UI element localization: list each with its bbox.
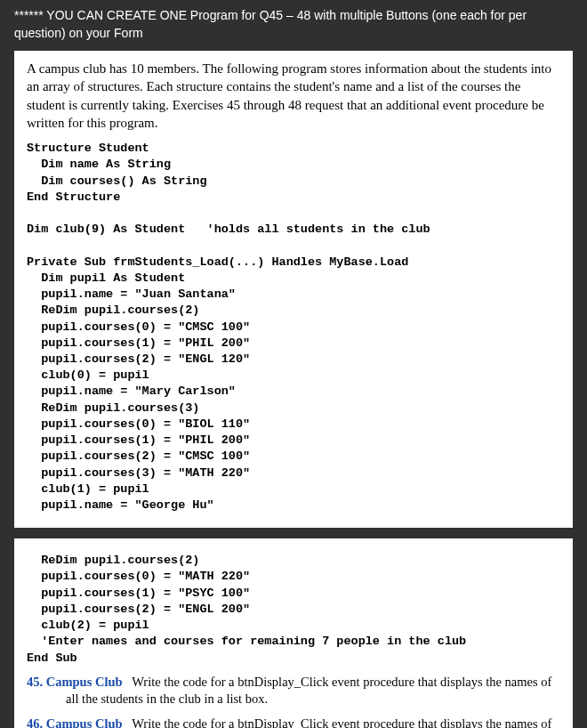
exercise-45: 45. Campus Club Write the code for a btn…: [27, 674, 560, 708]
intro-paragraph: A campus club has 10 members. The follow…: [27, 60, 560, 132]
instruction-text: ****** YOU CAN CREATE ONE Program for Q4…: [14, 8, 527, 40]
page-segment-2: ReDim pupil.courses(2) pupil.courses(0) …: [14, 538, 573, 728]
exercise-body: Write the code for a btnDisplay_Click ev…: [66, 716, 551, 728]
code-block-2: ReDim pupil.courses(2) pupil.courses(0) …: [27, 553, 560, 667]
code-block-1: Structure Student Dim name As String Dim…: [27, 141, 560, 514]
exercise-title: Campus Club: [46, 675, 123, 689]
exercise-number: 45.: [27, 675, 43, 689]
exercise-body: Write the code for a btnDisplay_Click ev…: [66, 675, 551, 707]
instruction-header: ****** YOU CAN CREATE ONE Program for Q4…: [0, 0, 587, 51]
exercise-46: 46. Campus Club Write the code for a btn…: [27, 716, 560, 728]
exercise-title: Campus Club: [46, 716, 123, 728]
exercise-number: 46.: [27, 716, 43, 728]
page-segment-1: A campus club has 10 members. The follow…: [14, 51, 573, 528]
